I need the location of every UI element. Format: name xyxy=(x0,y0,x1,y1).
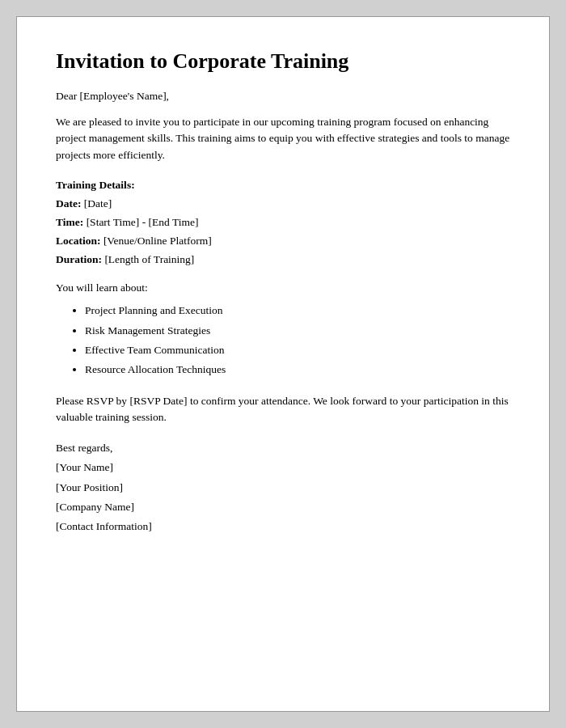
duration-value: [Length of Training] xyxy=(104,253,194,265)
time-label: Time: xyxy=(56,216,83,228)
greeting-text: Dear [Employee's Name], xyxy=(56,90,510,103)
closing-section: Best regards, [Your Name] [Your Position… xyxy=(56,438,510,536)
signer-name: [Your Name] xyxy=(56,458,510,477)
learn-intro-text: You will learn about: xyxy=(56,281,510,294)
training-details-heading: Training Details: xyxy=(56,176,510,195)
list-item: Resource Allocation Techniques xyxy=(85,360,510,379)
location-value: [Venue/Online Platform] xyxy=(103,235,212,247)
document-title: Invitation to Corporate Training xyxy=(56,49,510,74)
intro-paragraph: We are pleased to invite you to particip… xyxy=(56,114,510,163)
date-value: [Date] xyxy=(84,197,112,210)
topics-list: Project Planning and ExecutionRisk Manag… xyxy=(85,301,510,379)
duration-row: Duration: [Length of Training] xyxy=(56,251,510,269)
list-item: Effective Team Communication xyxy=(85,341,510,360)
duration-label: Duration: xyxy=(56,253,102,265)
time-row: Time: [Start Time] - [End Time] xyxy=(56,214,510,232)
list-item: Risk Management Strategies xyxy=(85,321,510,341)
contact-info: [Contact Information] xyxy=(56,517,510,536)
training-details-label: Training Details: xyxy=(56,179,135,191)
closing-text: Best regards, xyxy=(56,438,510,458)
company-name: [Company Name] xyxy=(56,497,510,517)
list-item: Project Planning and Execution xyxy=(85,301,510,320)
location-row: Location: [Venue/Online Platform] xyxy=(56,232,510,251)
time-value: [Start Time] - [End Time] xyxy=(87,216,199,228)
training-details-section: Training Details: Date: [Date] Time: [St… xyxy=(56,176,510,269)
document-container: Invitation to Corporate Training Dear [E… xyxy=(16,16,550,712)
location-label: Location: xyxy=(56,235,101,247)
signer-position: [Your Position] xyxy=(56,478,510,497)
date-label: Date: xyxy=(56,197,81,210)
rsvp-paragraph: Please RSVP by [RSVP Date] to confirm yo… xyxy=(56,393,510,426)
date-row: Date: [Date] xyxy=(56,195,510,214)
